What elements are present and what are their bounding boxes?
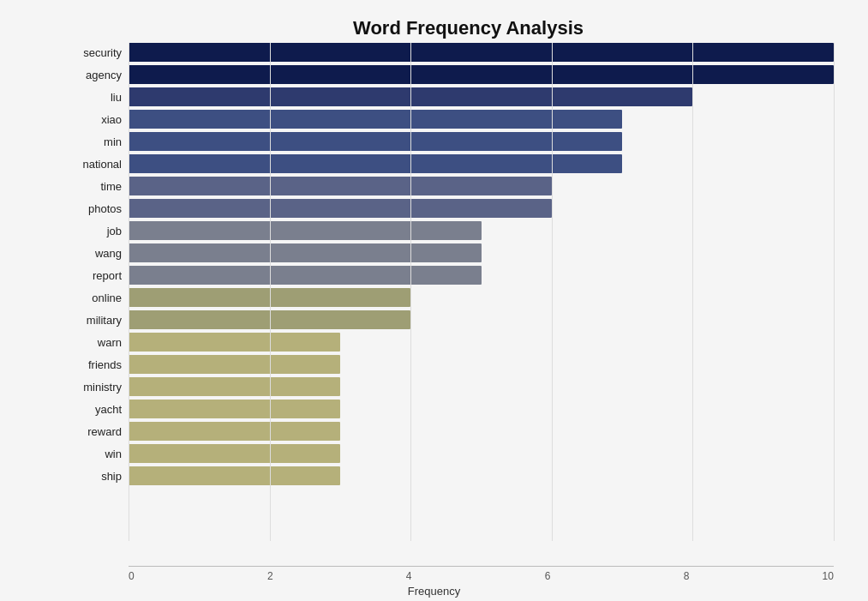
bar-fill	[129, 132, 622, 151]
x-axis-line	[129, 566, 834, 567]
bar-fill	[129, 310, 410, 329]
bar-row: min	[69, 132, 834, 151]
bar-row: yacht	[69, 400, 834, 418]
bar-label: job	[69, 225, 129, 237]
bar-fill	[129, 110, 622, 129]
bar-fill	[129, 266, 482, 285]
bar-fill	[129, 377, 340, 396]
bar-row: military	[69, 310, 834, 329]
x-tick: 8	[684, 570, 690, 582]
bar-row: report	[69, 266, 834, 285]
x-tick: 10	[823, 570, 834, 582]
x-tick: 6	[545, 570, 551, 582]
bar-label: ministry	[69, 381, 129, 394]
bar-fill	[129, 221, 482, 240]
x-axis-label: Frequency	[0, 585, 868, 598]
bar-label: security	[69, 46, 129, 59]
bar-fill	[129, 444, 340, 463]
bar-row: xiao	[69, 110, 834, 129]
grid-line	[834, 43, 835, 541]
x-tick: 0	[129, 570, 135, 582]
bar-fill	[129, 154, 622, 173]
bar-fill	[129, 288, 410, 307]
chart-title: Word Frequency Analysis	[103, 17, 834, 39]
bar-fill	[129, 43, 834, 62]
bar-row: national	[69, 154, 834, 173]
bar-label: warn	[69, 336, 129, 349]
bar-fill	[129, 466, 340, 485]
bar-label: photos	[69, 202, 129, 215]
bar-label: reward	[69, 425, 129, 438]
x-tick: 4	[406, 570, 412, 582]
bar-label: win	[69, 448, 129, 460]
bar-label: time	[69, 180, 129, 193]
bar-row: photos	[69, 199, 834, 218]
bar-fill	[129, 199, 552, 218]
bar-row: friends	[69, 355, 834, 374]
chart-container: Word Frequency Analysis securityagencyli…	[0, 0, 868, 601]
bar-fill	[129, 177, 552, 195]
bar-row: win	[69, 444, 834, 463]
bar-row: ministry	[69, 377, 834, 396]
bar-fill	[129, 400, 340, 418]
bar-row: ship	[69, 466, 834, 485]
bar-fill	[129, 355, 340, 374]
bar-label: xiao	[69, 113, 129, 126]
bar-fill	[129, 333, 340, 352]
bar-row: job	[69, 221, 834, 240]
bar-label: national	[69, 158, 129, 171]
bar-label: friends	[69, 358, 129, 371]
bar-row: warn	[69, 333, 834, 352]
bar-row: security	[69, 43, 834, 62]
bar-fill	[129, 243, 482, 262]
bar-label: military	[69, 314, 129, 327]
bar-label: liu	[69, 91, 129, 104]
bar-label: yacht	[69, 403, 129, 416]
x-ticks: 0246810	[129, 570, 834, 582]
x-tick: 2	[267, 570, 273, 582]
bar-fill	[129, 422, 340, 441]
bar-fill	[129, 65, 834, 84]
bar-fill	[129, 87, 692, 106]
bar-row: agency	[69, 65, 834, 84]
bar-row: time	[69, 177, 834, 195]
bar-row: reward	[69, 422, 834, 441]
bar-label: ship	[69, 470, 129, 483]
bar-label: agency	[69, 69, 129, 81]
bar-label: wang	[69, 247, 129, 260]
bar-row: online	[69, 288, 834, 307]
bar-label: online	[69, 291, 129, 304]
bar-label: min	[69, 135, 129, 148]
bar-row: liu	[69, 87, 834, 106]
bar-row: wang	[69, 243, 834, 262]
bar-label: report	[69, 269, 129, 282]
